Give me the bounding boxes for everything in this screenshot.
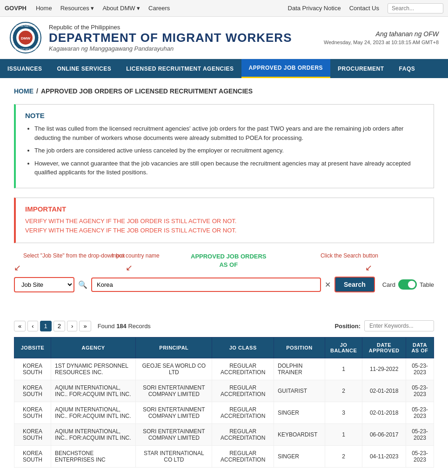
nav-data-privacy[interactable]: Data Privacy Notice: [288, 5, 341, 12]
card-table-toggle[interactable]: [398, 279, 417, 290]
cell-agency: BENCHSTONE ENTERPRISES INC: [51, 446, 136, 468]
cell-data-as-of: 05-23-2023: [406, 424, 434, 446]
col-jo-balance: JO BALANCE: [325, 337, 362, 358]
cell-date-approved: 06-06-2017: [362, 424, 406, 446]
breadcrumb: HOME / APPROVED JOB ORDERS OF LICENSED R…: [14, 87, 434, 95]
top-search-input[interactable]: [388, 3, 443, 13]
nav-about-dmw[interactable]: About DMW ▾: [102, 5, 140, 12]
table-header-row: JOBSITE AGENCY PRINCIPAL JO CLASS POSITI…: [14, 337, 434, 358]
col-jo-class: JO CLASS: [212, 337, 274, 358]
country-search-input[interactable]: [91, 278, 321, 292]
table-row: KOREA SOUTH AQIUM INTERNATIONAL, INC.. F…: [14, 424, 434, 446]
cell-agency: AQIUM INTERNATIONAL, INC.. FOR:ACQUIM IN…: [51, 380, 136, 402]
table-header: JOBSITE AGENCY PRINCIPAL JO CLASS POSITI…: [14, 337, 434, 358]
note-item-1: The list was culled from the licensed re…: [34, 124, 424, 142]
view-toggle: Card Table: [382, 279, 434, 290]
site-logo: DMW DEPARTMENT OF MIGRANT WORKERS: [9, 21, 42, 54]
nav-licensed-agencies[interactable]: LICENSED RECRUITMENT AGENCIES: [119, 60, 241, 78]
page-1-button[interactable]: 1: [40, 321, 52, 331]
nav-contact-us[interactable]: Contact Us: [349, 5, 379, 12]
nav-faqs[interactable]: FAQS: [392, 60, 423, 78]
date-time-text: Wednesday, May 24, 2023 at 10:18:15 AM G…: [324, 40, 439, 45]
col-data-as-of: DATA AS OF: [406, 337, 434, 358]
col-date-approved: DATE APPROVED: [362, 337, 406, 358]
search-row: Job Site Korea South Japan Taiwan 🔍 ✕ Se…: [14, 277, 434, 292]
page-last-button[interactable]: »: [79, 321, 91, 331]
nav-home[interactable]: Home: [36, 5, 52, 12]
nav-resources[interactable]: Resources ▾: [60, 5, 94, 12]
arrow-country-icon: ↙: [126, 263, 133, 273]
note-title: NOTE: [25, 112, 424, 119]
cell-principal: SORI ENTERTAINMENT COMPANY LIMITED: [136, 380, 212, 402]
cell-position: SINGER: [274, 446, 325, 468]
cell-jobsite: KOREA SOUTH: [14, 424, 51, 446]
top-nav-links: Home Resources ▾ About DMW ▾ Careers: [36, 5, 288, 12]
nav-online-services[interactable]: ONLINE SERVICES: [50, 60, 119, 78]
cell-jo-class: REGULAR ACCREDITATION: [212, 380, 274, 402]
page-first-button[interactable]: «: [14, 321, 26, 331]
cell-jo-balance: 1: [325, 424, 362, 446]
table-label: Table: [420, 281, 434, 288]
position-filter-input[interactable]: [364, 320, 434, 331]
found-records-text: Found 184 Records: [98, 323, 151, 330]
clear-search-button[interactable]: ✕: [325, 280, 331, 289]
cell-jo-balance: 3: [325, 402, 362, 424]
annotation-click-search: Click the Search button: [321, 252, 378, 259]
cell-jobsite: KOREA SOUTH: [14, 380, 51, 402]
cell-principal: STAR INTERNATIONAL CO LTD: [136, 446, 212, 468]
arrow-search-icon: ↙: [365, 263, 372, 273]
table-body: KOREA SOUTH 1ST DYNAMIC PERSONNEL RESOUR…: [14, 358, 434, 468]
cell-jo-balance: 2: [325, 380, 362, 402]
cell-data-as-of: 05-23-2023: [406, 358, 434, 380]
cell-date-approved: 04-11-2023: [362, 446, 406, 468]
note-item-2: The job orders are considered active unl…: [34, 146, 424, 155]
breadcrumb-separator: /: [36, 87, 38, 95]
ang-tahanan-text: Ang tahanan ng OFW: [324, 30, 439, 38]
table-row: KOREA SOUTH 1ST DYNAMIC PERSONNEL RESOUR…: [14, 358, 434, 380]
nav-careers[interactable]: Careers: [148, 5, 170, 12]
nav-procurement[interactable]: PROCUREMENT: [330, 60, 392, 78]
nav-issuances[interactable]: ISSUANCES: [0, 60, 50, 78]
cell-jo-balance: 1: [325, 358, 362, 380]
search-button[interactable]: Search: [334, 277, 375, 292]
cell-agency: AQIUM INTERNATIONAL, INC.. FOR:ACQUIM IN…: [51, 402, 136, 424]
nav-approved-job-orders[interactable]: APPROVED JOB ORDERS: [241, 59, 331, 78]
note-item-3: However, we cannot guarantee that the jo…: [34, 159, 424, 177]
kagawaran-label: Kagawaran ng Manggagawang Pandarayuhan: [49, 45, 324, 52]
found-label: Found: [98, 323, 115, 330]
jobsite-select[interactable]: Job Site Korea South Japan Taiwan: [14, 277, 74, 292]
cell-jo-class: REGULAR ACCREDITATION: [212, 358, 274, 380]
annotation-country: Input country name: [112, 252, 160, 259]
cell-jobsite: KOREA SOUTH: [14, 358, 51, 380]
table-row: KOREA SOUTH AQIUM INTERNATIONAL, INC.. F…: [14, 402, 434, 424]
col-jobsite: JOBSITE: [14, 337, 51, 358]
arrow-jobsite-icon: ↙: [14, 263, 21, 273]
page-prev-button[interactable]: ‹: [27, 321, 38, 331]
cell-jo-class: REGULAR ACCREDITATION: [212, 424, 274, 446]
note-box: NOTE The list was culled from the licens…: [14, 104, 434, 188]
pagination-row: « ‹ 1 2 › » Found 184 Records Position:: [14, 320, 434, 331]
site-header: DMW DEPARTMENT OF MIGRANT WORKERS Republ…: [0, 17, 448, 59]
important-text-2: VERIFY WITH THE AGENCY IF THE JOB ORDER …: [25, 226, 424, 236]
cell-data-as-of: 05-23-2023: [406, 380, 434, 402]
main-content: HOME / APPROVED JOB ORDERS OF LICENSED R…: [0, 78, 448, 476]
cell-date-approved: 11-29-2022: [362, 358, 406, 380]
cell-agency: 1ST DYNAMIC PERSONNEL RESOURCES INC.: [51, 358, 136, 380]
important-text-1: VERIFY WITH THE AGENCY IF THE JOB ORDER …: [25, 217, 424, 226]
records-label: Records: [128, 323, 150, 330]
svg-text:DMW: DMW: [21, 36, 30, 40]
table-row: KOREA SOUTH AQIUM INTERNATIONAL, INC.. F…: [14, 380, 434, 402]
col-agency: AGENCY: [51, 337, 136, 358]
top-nav-right: Data Privacy Notice Contact Us: [288, 3, 443, 13]
cell-position: DOLPHIN TRAINER: [274, 358, 325, 380]
page-2-button[interactable]: 2: [53, 321, 65, 331]
cell-jo-class: REGULAR ACCREDITATION: [212, 402, 274, 424]
page-next-button[interactable]: ›: [67, 321, 77, 331]
search-section: Select "Job Site" from the drop-down box…: [14, 252, 434, 292]
important-box: IMPORTANT VERIFY WITH THE AGENCY IF THE …: [14, 198, 434, 244]
cell-principal: SORI ENTERTAINMENT COMPANY LIMITED: [136, 424, 212, 446]
cell-principal: GEOJE SEA WORLD CO LTD: [136, 358, 212, 380]
cell-data-as-of: 05-23-2023: [406, 402, 434, 424]
annotation-jobsite: Select "Job Site" from the drop-down box: [23, 252, 125, 259]
breadcrumb-home[interactable]: HOME: [14, 87, 33, 95]
